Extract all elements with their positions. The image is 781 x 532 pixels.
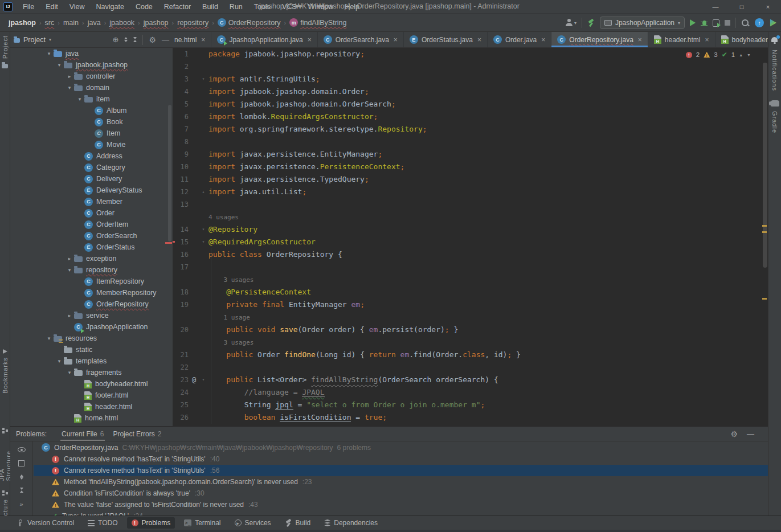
tool-gradle-label[interactable]: Gradle <box>771 111 778 133</box>
close-icon[interactable]: × <box>394 36 398 44</box>
tree-node-ordersearch[interactable]: COrderSearch <box>10 230 173 242</box>
close-icon[interactable]: × <box>477 36 481 44</box>
tree-node-jpashopapplication[interactable]: CJpashopApplication <box>10 321 173 333</box>
menu-run[interactable]: Run <box>225 2 247 12</box>
tree-node-fragements[interactable]: ▾fragements <box>10 367 173 378</box>
prev-problem-icon[interactable]: ▲ <box>739 53 743 57</box>
tree-chevron-icon[interactable]: ▾ <box>75 96 84 102</box>
menu-view[interactable]: View <box>65 2 89 12</box>
collapse-all-icon[interactable] <box>20 488 23 493</box>
tree-node-jpabook-jpashop[interactable]: ▾jpabook.jpashop <box>10 59 173 71</box>
problem-item[interactable]: !Method 'findAllByString(jpabook.jpashop… <box>34 476 768 488</box>
breadcrumb-item-jpashop[interactable]: jpashop <box>142 18 170 27</box>
breadcrumb-item-jpabook[interactable]: jpabook <box>108 18 136 27</box>
fold-marker-icon[interactable]: ▾ <box>198 73 208 85</box>
tree-node-static[interactable]: static <box>10 344 173 355</box>
tree-node-templates[interactable]: ▾templates <box>10 355 173 367</box>
toolwindow-button-dependencies[interactable]: Dependencies <box>320 517 382 529</box>
tree-node-home-html[interactable]: Hhome.html <box>10 412 173 424</box>
gear-icon[interactable]: ⚙ <box>730 429 738 439</box>
tree-chevron-icon[interactable]: ▸ <box>65 256 74 261</box>
toolwindow-button-services[interactable]: ▶Services <box>230 517 276 529</box>
menu-refactor[interactable]: Refactor <box>160 2 195 12</box>
tree-chevron-icon[interactable]: ▾ <box>44 51 54 56</box>
tree-scrollbar[interactable] <box>168 105 171 242</box>
menu-edit[interactable]: Edit <box>41 2 63 12</box>
tree-node-header-html[interactable]: Hheader.html <box>10 401 173 412</box>
breadcrumb-item-main[interactable]: main <box>62 18 80 27</box>
tree-node-footer-html[interactable]: Hfooter.html <box>10 390 173 401</box>
coverage-icon[interactable] <box>713 19 719 27</box>
fold-marker-icon[interactable]: ▾ <box>198 236 208 248</box>
tree-chevron-icon[interactable]: ▸ <box>65 73 74 79</box>
tab-orderrepository-java[interactable]: COrderRepository.java× <box>551 32 648 47</box>
tab-ne-html[interactable]: Hne.html× <box>173 32 211 47</box>
run-configuration-select[interactable]: JpashopApplication ▾ <box>600 17 685 29</box>
tree-node-item[interactable]: CItem <box>10 128 173 139</box>
toolwindow-button-problems[interactable]: !Problems <box>127 517 175 529</box>
problem-item[interactable]: !Cannot resolve method 'hasText' in 'Str… <box>34 465 768 476</box>
gear-icon[interactable]: ⚙ <box>149 35 156 44</box>
problems-file-row[interactable]: COrderRepository.javaC:₩KYH₩jpashop₩src₩… <box>34 441 768 453</box>
tree-node-album[interactable]: CAlbum <box>10 105 173 116</box>
tree-node-java[interactable]: ▾java <box>10 48 173 59</box>
tree-node-movie[interactable]: CMovie <box>10 139 173 150</box>
run-button[interactable] <box>690 19 696 26</box>
close-icon[interactable]: × <box>201 36 205 44</box>
tree-node-member[interactable]: CMember <box>10 196 173 207</box>
tree-node-controller[interactable]: ▸controller <box>10 71 173 82</box>
tree-chevron-icon[interactable]: ▾ <box>65 267 74 273</box>
close-icon[interactable]: × <box>308 36 312 44</box>
usages-inlay-hint[interactable]: 1 usage <box>208 314 250 321</box>
tree-chevron-icon[interactable]: ▾ <box>44 335 54 341</box>
search-icon[interactable] <box>741 19 750 27</box>
problem-item[interactable]: ✔Typo: In word 'JPAQL':24 <box>34 510 768 515</box>
breadcrumb-item-repository[interactable]: repository <box>175 18 210 27</box>
problem-item[interactable]: !The value 'false' assigned to 'isFirstC… <box>34 499 768 510</box>
collapse-all-icon[interactable] <box>133 37 137 42</box>
tree-chevron-icon[interactable]: ▸ <box>65 313 74 318</box>
editor-scrollbar[interactable] <box>763 63 767 268</box>
stop-button[interactable] <box>725 20 730 26</box>
view-options-icon[interactable] <box>18 447 26 452</box>
close-button[interactable]: × <box>755 0 781 14</box>
fold-marker-icon[interactable]: ▴ <box>198 186 208 198</box>
tree-chevron-icon[interactable]: ▾ <box>65 85 74 91</box>
next-problem-icon[interactable]: ▼ <box>747 53 751 57</box>
close-icon[interactable]: × <box>541 36 545 44</box>
tree-node-itemrepository[interactable]: CItemRepository <box>10 276 173 287</box>
minimize-button[interactable]: — <box>702 0 729 14</box>
breadcrumb-item-java[interactable]: java <box>86 18 103 27</box>
tree-chevron-icon[interactable]: ▾ <box>55 358 64 364</box>
locate-file-icon[interactable]: ⊕ <box>113 35 119 44</box>
menu-file[interactable]: File <box>18 2 39 12</box>
close-icon[interactable]: × <box>638 36 642 44</box>
toolwindow-button-build[interactable]: Build <box>280 517 316 529</box>
toolwindow-button-version-control[interactable]: Version Control <box>13 517 79 529</box>
menu-code[interactable]: Code <box>131 2 157 12</box>
problem-item[interactable]: !Cannot resolve method 'hasText' in 'Str… <box>34 453 768 465</box>
tree-node-orderrepository[interactable]: COrderRepository <box>10 298 173 310</box>
expand-all-icon[interactable] <box>20 474 23 480</box>
ide-misc-icon[interactable] <box>769 19 776 27</box>
warning-stripe-mark[interactable] <box>762 298 767 300</box>
usages-inlay-hint[interactable]: 3 usages <box>208 339 253 346</box>
tree-chevron-icon[interactable]: ▾ <box>55 62 64 68</box>
update-icon[interactable]: ↑ <box>755 18 764 27</box>
problem-item[interactable]: !Condition 'isFirstCondition' is always … <box>34 488 768 499</box>
menu-navigate[interactable]: Navigate <box>92 2 129 12</box>
close-icon[interactable]: × <box>705 36 709 44</box>
tab-header-html[interactable]: Hheader.html× <box>648 32 715 47</box>
hide-panel-icon[interactable]: — <box>162 35 169 44</box>
breadcrumb-item-orderrepository[interactable]: COrderRepository <box>216 18 283 27</box>
tree-chevron-icon[interactable]: ▾ <box>65 370 74 375</box>
tab-jpashopapplication-java[interactable]: CJpashopApplication.java× <box>211 32 317 47</box>
open-in-editor-icon[interactable] <box>18 460 24 466</box>
tree-node-repository[interactable]: ▾repository <box>10 264 173 276</box>
tree-node-resources[interactable]: ▾resources <box>10 333 173 344</box>
tree-node-delivery[interactable]: CDelivery <box>10 173 173 185</box>
toolwindow-button-terminal[interactable]: >_Terminal <box>179 517 225 529</box>
chevron-down-icon[interactable]: ▾ <box>49 37 51 42</box>
profile-button[interactable]: ▾ <box>565 19 576 27</box>
debug-button[interactable] <box>701 19 708 27</box>
